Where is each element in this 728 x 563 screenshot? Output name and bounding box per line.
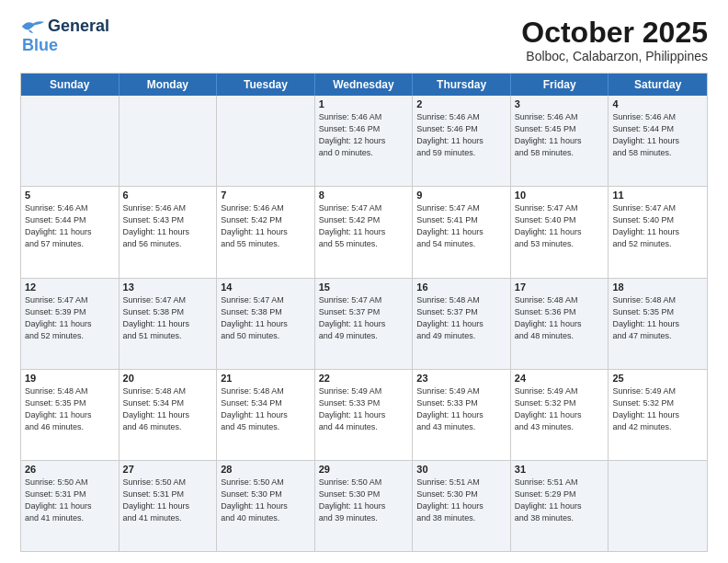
day-number: 9 (416, 190, 506, 201)
day-number: 15 (319, 282, 409, 293)
calendar-cell: 10Sunrise: 5:47 AM Sunset: 5:40 PM Dayli… (511, 187, 609, 277)
calendar-body: 1Sunrise: 5:46 AM Sunset: 5:46 PM Daylig… (21, 96, 707, 551)
cell-info: Sunrise: 5:46 AM Sunset: 5:46 PM Dayligh… (416, 111, 506, 159)
day-number: 10 (515, 190, 605, 201)
calendar-cell: 3Sunrise: 5:46 AM Sunset: 5:45 PM Daylig… (511, 96, 609, 186)
calendar-cell: 12Sunrise: 5:47 AM Sunset: 5:39 PM Dayli… (21, 279, 119, 369)
cell-info: Sunrise: 5:48 AM Sunset: 5:37 PM Dayligh… (416, 294, 506, 342)
day-number: 28 (221, 464, 311, 475)
header-tuesday: Tuesday (217, 74, 315, 96)
calendar-cell (609, 461, 707, 551)
calendar-row: 12Sunrise: 5:47 AM Sunset: 5:39 PM Dayli… (21, 278, 707, 369)
calendar-cell: 27Sunrise: 5:50 AM Sunset: 5:31 PM Dayli… (119, 461, 218, 551)
cell-info: Sunrise: 5:47 AM Sunset: 5:37 PM Dayligh… (319, 294, 409, 342)
cell-info: Sunrise: 5:47 AM Sunset: 5:40 PM Dayligh… (515, 202, 605, 250)
header-friday: Friday (511, 74, 609, 96)
header-thursday: Thursday (413, 74, 511, 96)
cell-info: Sunrise: 5:49 AM Sunset: 5:32 PM Dayligh… (515, 385, 605, 433)
calendar-row: 26Sunrise: 5:50 AM Sunset: 5:31 PM Dayli… (21, 460, 707, 551)
cell-info: Sunrise: 5:49 AM Sunset: 5:33 PM Dayligh… (319, 385, 409, 433)
day-number: 26 (25, 464, 115, 475)
calendar-cell: 14Sunrise: 5:47 AM Sunset: 5:38 PM Dayli… (217, 279, 315, 369)
calendar-cell: 6Sunrise: 5:46 AM Sunset: 5:43 PM Daylig… (119, 187, 218, 277)
day-number: 7 (221, 190, 311, 201)
day-number: 31 (515, 464, 605, 475)
day-number: 19 (25, 373, 115, 384)
calendar-cell: 24Sunrise: 5:49 AM Sunset: 5:32 PM Dayli… (511, 370, 609, 460)
day-number: 30 (416, 464, 506, 475)
day-number: 23 (416, 373, 506, 384)
cell-info: Sunrise: 5:50 AM Sunset: 5:31 PM Dayligh… (123, 477, 213, 524)
cell-info: Sunrise: 5:46 AM Sunset: 5:42 PM Dayligh… (221, 202, 311, 250)
calendar-cell: 17Sunrise: 5:48 AM Sunset: 5:36 PM Dayli… (511, 279, 609, 369)
cell-info: Sunrise: 5:47 AM Sunset: 5:38 PM Dayligh… (123, 294, 213, 342)
header: General Blue October 2025 Bolboc, Calaba… (20, 17, 708, 63)
calendar-cell: 21Sunrise: 5:48 AM Sunset: 5:34 PM Dayli… (217, 370, 315, 460)
page: General Blue October 2025 Bolboc, Calaba… (0, 0, 728, 563)
day-number: 21 (221, 373, 311, 384)
calendar-cell: 4Sunrise: 5:46 AM Sunset: 5:44 PM Daylig… (609, 96, 707, 186)
calendar-row: 19Sunrise: 5:48 AM Sunset: 5:35 PM Dayli… (21, 369, 707, 460)
cell-info: Sunrise: 5:46 AM Sunset: 5:44 PM Dayligh… (25, 202, 115, 250)
day-number: 13 (123, 282, 213, 293)
day-number: 4 (612, 98, 703, 109)
day-number: 1 (319, 98, 409, 109)
calendar-cell: 15Sunrise: 5:47 AM Sunset: 5:37 PM Dayli… (315, 279, 414, 369)
day-number: 6 (123, 190, 213, 201)
calendar-cell: 11Sunrise: 5:47 AM Sunset: 5:40 PM Dayli… (609, 187, 707, 277)
calendar-cell: 8Sunrise: 5:47 AM Sunset: 5:42 PM Daylig… (315, 187, 414, 277)
calendar-cell: 1Sunrise: 5:46 AM Sunset: 5:46 PM Daylig… (315, 96, 414, 186)
day-number: 11 (612, 190, 703, 201)
day-number: 5 (25, 190, 115, 201)
cell-info: Sunrise: 5:48 AM Sunset: 5:36 PM Dayligh… (515, 294, 605, 342)
cell-info: Sunrise: 5:46 AM Sunset: 5:43 PM Dayligh… (123, 202, 213, 250)
calendar-cell: 9Sunrise: 5:47 AM Sunset: 5:41 PM Daylig… (413, 187, 511, 277)
cell-info: Sunrise: 5:47 AM Sunset: 5:42 PM Dayligh… (319, 202, 409, 250)
cell-info: Sunrise: 5:49 AM Sunset: 5:33 PM Dayligh… (416, 385, 506, 433)
header-monday: Monday (119, 74, 218, 96)
month-title: October 2025 (521, 17, 708, 49)
cell-info: Sunrise: 5:48 AM Sunset: 5:34 PM Dayligh… (123, 385, 213, 433)
header-wednesday: Wednesday (315, 74, 414, 96)
calendar-cell: 28Sunrise: 5:50 AM Sunset: 5:30 PM Dayli… (217, 461, 315, 551)
day-number: 16 (416, 282, 506, 293)
cell-info: Sunrise: 5:47 AM Sunset: 5:41 PM Dayligh… (416, 202, 506, 250)
header-sunday: Sunday (21, 74, 119, 96)
calendar-cell: 16Sunrise: 5:48 AM Sunset: 5:37 PM Dayli… (413, 279, 511, 369)
calendar-cell: 30Sunrise: 5:51 AM Sunset: 5:30 PM Dayli… (413, 461, 511, 551)
day-number: 18 (612, 282, 703, 293)
calendar: Sunday Monday Tuesday Wednesday Thursday… (20, 73, 708, 552)
day-number: 29 (319, 464, 409, 475)
calendar-cell: 7Sunrise: 5:46 AM Sunset: 5:42 PM Daylig… (217, 187, 315, 277)
calendar-cell (217, 96, 315, 186)
cell-info: Sunrise: 5:50 AM Sunset: 5:31 PM Dayligh… (25, 477, 115, 524)
logo-general: General (48, 17, 109, 36)
cell-info: Sunrise: 5:51 AM Sunset: 5:29 PM Dayligh… (515, 477, 605, 524)
calendar-cell: 22Sunrise: 5:49 AM Sunset: 5:33 PM Dayli… (315, 370, 414, 460)
calendar-cell: 20Sunrise: 5:48 AM Sunset: 5:34 PM Dayli… (119, 370, 218, 460)
calendar-cell: 29Sunrise: 5:50 AM Sunset: 5:30 PM Dayli… (315, 461, 414, 551)
calendar-cell (21, 96, 119, 186)
calendar-cell: 2Sunrise: 5:46 AM Sunset: 5:46 PM Daylig… (413, 96, 511, 186)
cell-info: Sunrise: 5:50 AM Sunset: 5:30 PM Dayligh… (221, 477, 311, 524)
logo-bird-icon (20, 18, 46, 35)
cell-info: Sunrise: 5:48 AM Sunset: 5:35 PM Dayligh… (25, 385, 115, 433)
day-number: 25 (612, 373, 703, 384)
calendar-header: Sunday Monday Tuesday Wednesday Thursday… (21, 74, 707, 96)
day-number: 8 (319, 190, 409, 201)
logo: General Blue (20, 17, 109, 55)
cell-info: Sunrise: 5:46 AM Sunset: 5:45 PM Dayligh… (515, 111, 605, 159)
day-number: 22 (319, 373, 409, 384)
calendar-row: 1Sunrise: 5:46 AM Sunset: 5:46 PM Daylig… (21, 96, 707, 186)
day-number: 27 (123, 464, 213, 475)
calendar-cell: 23Sunrise: 5:49 AM Sunset: 5:33 PM Dayli… (413, 370, 511, 460)
cell-info: Sunrise: 5:46 AM Sunset: 5:44 PM Dayligh… (612, 111, 703, 159)
calendar-cell: 25Sunrise: 5:49 AM Sunset: 5:32 PM Dayli… (609, 370, 707, 460)
day-number: 14 (221, 282, 311, 293)
cell-info: Sunrise: 5:51 AM Sunset: 5:30 PM Dayligh… (416, 477, 506, 524)
location: Bolboc, Calabarzon, Philippines (521, 49, 708, 63)
calendar-cell: 31Sunrise: 5:51 AM Sunset: 5:29 PM Dayli… (511, 461, 609, 551)
header-saturday: Saturday (609, 74, 707, 96)
calendar-row: 5Sunrise: 5:46 AM Sunset: 5:44 PM Daylig… (21, 186, 707, 277)
cell-info: Sunrise: 5:46 AM Sunset: 5:46 PM Dayligh… (319, 111, 409, 159)
